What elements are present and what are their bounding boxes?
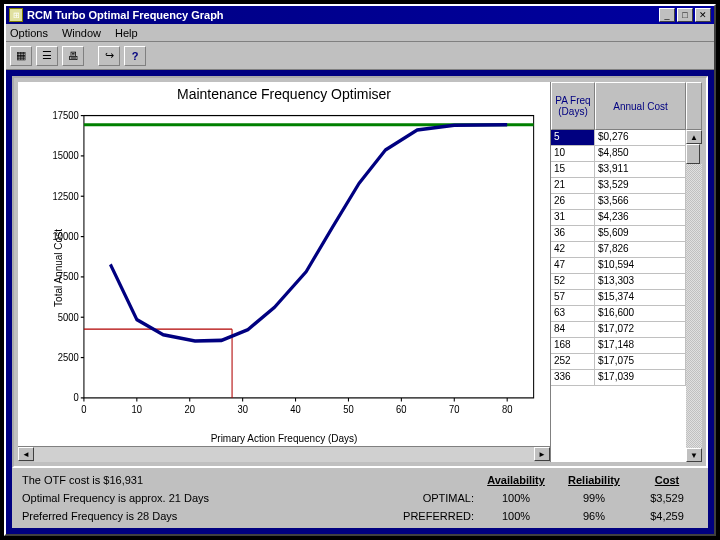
svg-text:70: 70 [449, 404, 460, 416]
cell-cost: $3,911 [595, 162, 686, 177]
svg-text:20: 20 [185, 404, 196, 416]
col-header-cost[interactable]: Annual Cost [595, 82, 686, 130]
window-title: RCM Turbo Optimal Frequency Graph [27, 9, 657, 21]
svg-text:10: 10 [132, 404, 143, 416]
svg-text:5000: 5000 [58, 311, 79, 323]
table-row[interactable]: 84$17,072 [551, 322, 686, 338]
chart-title: Maintenance Frequency Optimiser [18, 82, 550, 106]
cell-freq: 52 [551, 274, 595, 289]
cell-freq: 5 [551, 130, 595, 145]
table-row[interactable]: 10$4,850 [551, 146, 686, 162]
table-row[interactable]: 336$17,039 [551, 370, 686, 386]
scroll-thumb[interactable] [686, 144, 700, 164]
menu-window[interactable]: Window [62, 27, 101, 39]
table-row[interactable]: 63$16,600 [551, 306, 686, 322]
menu-help[interactable]: Help [115, 27, 138, 39]
cell-cost: $0,276 [595, 130, 686, 145]
cell-freq: 21 [551, 178, 595, 193]
table-row[interactable]: 168$17,148 [551, 338, 686, 354]
table-row[interactable]: 15$3,911 [551, 162, 686, 178]
svg-text:12500: 12500 [53, 190, 80, 202]
table-row[interactable]: 5$0,276 [551, 130, 686, 146]
cell-cost: $13,303 [595, 274, 686, 289]
svg-text:0: 0 [81, 404, 87, 416]
cell-freq: 57 [551, 290, 595, 305]
cell-cost: $4,236 [595, 210, 686, 225]
toolbar: ▦ ☰ 🖶 ↪ ? [6, 42, 714, 70]
table-vscrollbar[interactable]: ▲ ▼ [686, 130, 702, 462]
table-row[interactable]: 42$7,826 [551, 242, 686, 258]
table-row[interactable]: 252$17,075 [551, 354, 686, 370]
svg-text:2500: 2500 [58, 352, 79, 364]
table-row[interactable]: 47$10,594 [551, 258, 686, 274]
chart-hscrollbar[interactable]: ◄ ► [18, 446, 550, 462]
table-rows[interactable]: 5$0,27610$4,85015$3,91121$3,52926$3,5663… [551, 130, 686, 462]
scroll-down-button[interactable]: ▼ [686, 448, 702, 462]
table-row[interactable]: 36$5,609 [551, 226, 686, 242]
header-availability: Availability [480, 474, 552, 486]
scroll-up-button[interactable]: ▲ [686, 130, 702, 144]
toolbar-button-help[interactable]: ? [124, 46, 146, 66]
help-icon: ? [132, 50, 139, 62]
chart-panel: Maintenance Frequency Optimiser Total An… [18, 82, 550, 462]
svg-text:40: 40 [290, 404, 301, 416]
cell-freq: 84 [551, 322, 595, 337]
cell-cost: $10,594 [595, 258, 686, 273]
preferred-reliability: 96% [558, 510, 630, 522]
table-header: PA Freq (Days) Annual Cost [551, 82, 702, 130]
grid-icon: ▦ [16, 49, 26, 62]
svg-text:7500: 7500 [58, 271, 79, 283]
app-icon: ⊞ [9, 8, 23, 22]
preferred-availability: 100% [480, 510, 552, 522]
toolbar-button-exit[interactable]: ↪ [98, 46, 120, 66]
toolbar-button-print[interactable]: 🖶 [62, 46, 84, 66]
printer-icon: 🖶 [68, 50, 79, 62]
svg-text:60: 60 [396, 404, 407, 416]
summary-panel: The OTF cost is $16,931 Availability Rel… [12, 468, 708, 528]
svg-text:17500: 17500 [53, 110, 80, 122]
close-button[interactable]: ✕ [695, 8, 711, 22]
content-area: Maintenance Frequency Optimiser Total An… [6, 70, 714, 534]
scroll-vtrack[interactable] [686, 164, 702, 448]
row-label-preferred: PREFERRED: [394, 510, 474, 522]
cell-freq: 336 [551, 370, 595, 385]
toolbar-button-grid[interactable]: ▦ [10, 46, 32, 66]
table-row[interactable]: 57$15,374 [551, 290, 686, 306]
cell-freq: 63 [551, 306, 595, 321]
maximize-button[interactable]: □ [677, 8, 693, 22]
col-header-freq[interactable]: PA Freq (Days) [551, 82, 595, 130]
table-row[interactable]: 26$3,566 [551, 194, 686, 210]
cell-cost: $7,826 [595, 242, 686, 257]
optimal-reliability: 99% [558, 492, 630, 504]
optimal-availability: 100% [480, 492, 552, 504]
chart-plot: 0250050007500100001250015000175000102030… [40, 106, 542, 429]
minimize-button[interactable]: _ [659, 8, 675, 22]
optimal-cost: $3,529 [636, 492, 698, 504]
menu-options[interactable]: Options [10, 27, 48, 39]
cell-freq: 252 [551, 354, 595, 369]
cell-cost: $17,039 [595, 370, 686, 385]
cell-cost: $3,529 [595, 178, 686, 193]
header-reliability: Reliability [558, 474, 630, 486]
cell-freq: 26 [551, 194, 595, 209]
cell-freq: 36 [551, 226, 595, 241]
table-row[interactable]: 52$13,303 [551, 274, 686, 290]
preferred-cost: $4,259 [636, 510, 698, 522]
scroll-track[interactable] [34, 447, 534, 462]
cell-cost: $5,609 [595, 226, 686, 241]
svg-text:10000: 10000 [53, 231, 80, 243]
cell-freq: 31 [551, 210, 595, 225]
properties-icon: ☰ [42, 49, 52, 62]
scroll-left-button[interactable]: ◄ [18, 447, 34, 461]
titlebar: ⊞ RCM Turbo Optimal Frequency Graph _ □ … [6, 6, 714, 24]
table-row[interactable]: 31$4,236 [551, 210, 686, 226]
app-window: ⊞ RCM Turbo Optimal Frequency Graph _ □ … [4, 4, 716, 536]
cell-freq: 10 [551, 146, 595, 161]
cell-freq: 168 [551, 338, 595, 353]
svg-text:30: 30 [237, 404, 248, 416]
toolbar-button-properties[interactable]: ☰ [36, 46, 58, 66]
svg-text:0: 0 [73, 392, 79, 404]
table-row[interactable]: 21$3,529 [551, 178, 686, 194]
header-cost: Cost [636, 474, 698, 486]
scroll-right-button[interactable]: ► [534, 447, 550, 461]
